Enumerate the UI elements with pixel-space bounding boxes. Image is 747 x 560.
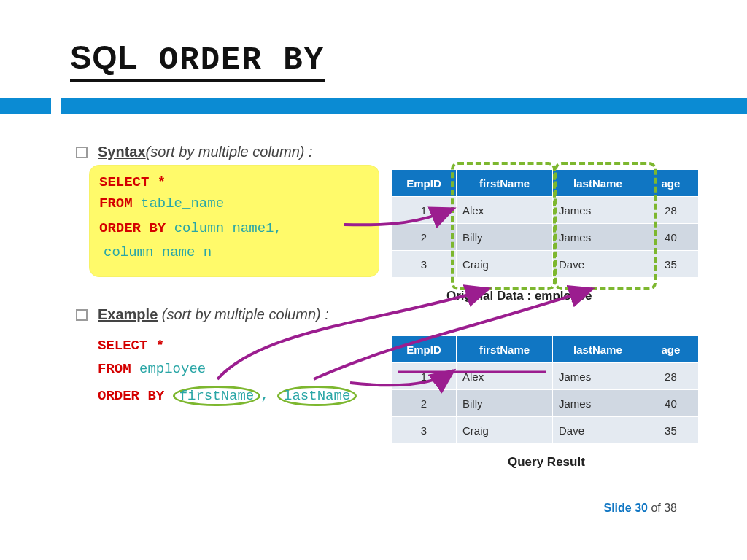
ex-star: * xyxy=(147,338,164,354)
cell: 28 xyxy=(643,363,698,390)
table-header-row: EmpID firstName lastName age xyxy=(392,336,699,363)
th-empid: EmpID xyxy=(392,336,457,363)
ex-table: employee xyxy=(139,361,206,377)
table-row: 3 Craig Dave 35 xyxy=(392,417,699,444)
cell: Dave xyxy=(553,251,643,278)
cell: Billy xyxy=(456,224,552,251)
example-code-box: SELECT * FROM employee ORDER BY firstNam… xyxy=(98,334,357,408)
th-firstname: firstName xyxy=(456,336,552,363)
kw-star: * xyxy=(149,174,166,190)
title-prefix: SQL xyxy=(70,39,138,75)
ex-from: FROM xyxy=(98,361,131,377)
ex-select: SELECT xyxy=(98,338,147,354)
example-subtext: (sort by multiple column) : xyxy=(158,306,329,322)
ex-col-last: lastName xyxy=(284,388,350,404)
cell: 40 xyxy=(643,390,698,417)
slide-total: of 38 xyxy=(648,502,677,514)
th-age: age xyxy=(643,170,698,197)
cell: 35 xyxy=(643,417,698,444)
placeholder-table: table_name xyxy=(141,195,224,211)
header-stripe xyxy=(0,98,747,114)
kw-orderby: ORDER BY xyxy=(99,220,166,236)
kw-from: FROM xyxy=(99,195,133,211)
th-lastname: lastName xyxy=(553,336,643,363)
cell: 3 xyxy=(392,251,457,278)
ex-comma: , xyxy=(260,388,277,404)
cell: 35 xyxy=(643,251,698,278)
result-data-table: EmpID firstName lastName age 1 Alex Jame… xyxy=(391,335,699,444)
bullet-icon xyxy=(76,309,88,321)
arrow-overlay xyxy=(0,0,747,560)
cell: Alex xyxy=(456,363,552,390)
placeholder-coln: column_name_n xyxy=(99,244,212,260)
syntax-bullet: Syntax(sort by multiple column) : xyxy=(76,144,313,160)
example-bullet: Example (sort by multiple column) : xyxy=(76,306,329,323)
placeholder-col1: column_name1, xyxy=(174,220,282,236)
cell: 2 xyxy=(392,390,457,417)
table-row: 1 Alex James 28 xyxy=(392,363,699,390)
cell: Dave xyxy=(553,417,643,444)
original-data-table: EmpID firstName lastName age 1 Alex Jame… xyxy=(391,169,699,278)
cell: Alex xyxy=(456,197,552,224)
syntax-subtext: (sort by multiple column) : xyxy=(146,144,313,160)
table-row: 1 Alex James 28 xyxy=(392,197,699,224)
cell: 40 xyxy=(643,224,698,251)
example-heading: Example xyxy=(98,306,158,322)
cell: James xyxy=(553,224,643,251)
cell: Craig xyxy=(456,417,552,444)
th-lastname: lastName xyxy=(553,170,643,197)
page-title: SQL ORDER BY xyxy=(70,39,325,82)
th-firstname: firstName xyxy=(456,170,552,197)
slide-number: Slide 30 xyxy=(603,502,647,514)
syntax-code-box: SELECT * FROM table_name ORDER BY column… xyxy=(89,165,379,277)
syntax-heading: Syntax xyxy=(98,144,146,160)
ex-col-first: firstName xyxy=(179,388,255,404)
cell: Craig xyxy=(456,251,552,278)
cell: 1 xyxy=(392,363,457,390)
cell: James xyxy=(553,197,643,224)
cell: James xyxy=(553,363,643,390)
table-row: 3 Craig Dave 35 xyxy=(392,251,699,278)
slide-footer: Slide 30 of 38 xyxy=(603,502,677,515)
cell: 2 xyxy=(392,224,457,251)
original-caption: Original Data : employee xyxy=(446,289,592,303)
th-empid: EmpID xyxy=(392,170,457,197)
table-row: 2 Billy James 40 xyxy=(392,390,699,417)
cell: 1 xyxy=(392,197,457,224)
table-row: 2 Billy James 40 xyxy=(392,224,699,251)
cell: 3 xyxy=(392,417,457,444)
cell: James xyxy=(553,390,643,417)
cell: Billy xyxy=(456,390,552,417)
kw-select: SELECT xyxy=(99,174,149,190)
cell: 28 xyxy=(643,197,698,224)
bullet-icon xyxy=(76,147,88,158)
result-caption: Query Result xyxy=(508,455,585,470)
ex-orderby: ORDER BY xyxy=(98,388,164,404)
title-keyword: ORDER BY xyxy=(138,42,325,78)
th-age: age xyxy=(643,336,698,363)
table-header-row: EmpID firstName lastName age xyxy=(392,170,699,197)
